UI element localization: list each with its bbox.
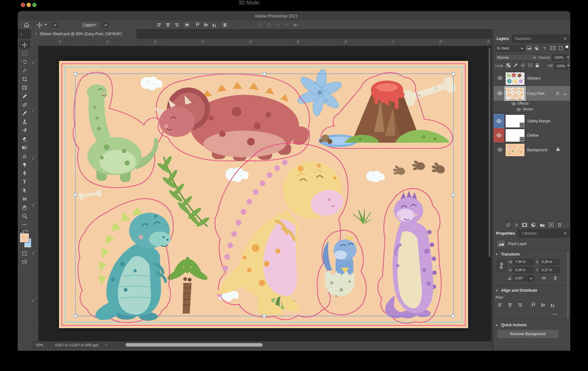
opacity-field[interactable]: 100% (552, 54, 567, 61)
foreground-color-swatch[interactable] (20, 233, 29, 242)
3d-camera-icon[interactable] (293, 23, 299, 28)
align-left-edges-icon[interactable] (157, 23, 162, 27)
3d-pan-icon[interactable] (275, 23, 280, 28)
layer-style-icon[interactable]: fx (515, 222, 518, 227)
transform-handle-bottom-left[interactable] (74, 314, 77, 317)
horizontal-scrollbar[interactable] (126, 343, 263, 347)
transform-handle-middle-right[interactable] (452, 193, 455, 196)
collapse-quick-actions-icon[interactable] (495, 325, 498, 327)
transform-handle-top-left[interactable] (74, 72, 77, 75)
quick-mask-icon[interactable] (19, 249, 30, 257)
align-vertical-centers-icon[interactable] (204, 23, 208, 27)
pen-tool[interactable] (19, 169, 30, 177)
tab-swatches[interactable]: Swatches (512, 34, 534, 43)
marquee-tool[interactable] (19, 49, 30, 57)
transform-handle-bottom-right[interactable] (452, 314, 455, 317)
zoom-level[interactable]: 50% (36, 343, 43, 347)
align-bottom-edges-icon[interactable] (550, 303, 555, 308)
layer-row-stroke[interactable]: Stroke (493, 107, 570, 113)
chevron-down-icon[interactable] (567, 57, 569, 59)
constrain-proportions-toggle[interactable] (497, 260, 506, 271)
vertical-ruler[interactable]: 0 1 2 3 4 5 (31, 46, 38, 341)
chevron-down-icon[interactable] (44, 24, 47, 27)
move-tool-option-icon[interactable] (37, 22, 42, 28)
lock-pixels-icon[interactable] (513, 63, 518, 68)
layer-thumbnail[interactable] (505, 114, 525, 128)
delete-layer-icon[interactable] (558, 223, 562, 227)
filter-adjustment-layers-icon[interactable] (535, 46, 539, 50)
layer-row-dieline[interactable]: Dieline (493, 128, 570, 143)
x-field[interactable]: 0,34 in (540, 259, 560, 265)
healing-brush-tool[interactable] (19, 101, 30, 109)
rotation-field[interactable]: 0,00° (513, 275, 530, 281)
adjustment-layer-icon[interactable] (531, 223, 536, 227)
close-window-button[interactable] (21, 3, 25, 7)
3d-slide-icon[interactable] (284, 23, 289, 28)
panel-divider[interactable] (491, 29, 493, 351)
home-icon[interactable] (23, 22, 29, 28)
lock-artboard-icon[interactable] (528, 63, 532, 68)
screen-mode-icon[interactable] (19, 258, 30, 266)
history-brush-tool[interactable] (19, 126, 30, 134)
move-tool[interactable] (19, 41, 30, 49)
filter-smart-objects-icon[interactable] (559, 46, 563, 50)
add-mask-icon[interactable] (522, 223, 527, 227)
layer-row-effects[interactable]: Effects (493, 101, 570, 107)
brush-tool[interactable] (19, 109, 30, 117)
align-more-icon[interactable]: ••• (553, 313, 558, 316)
align-right-edges-icon[interactable] (174, 23, 179, 27)
transform-handle-middle-left[interactable] (74, 193, 77, 196)
height-field[interactable]: 5,09 in (513, 267, 534, 273)
eyedropper-tool[interactable] (19, 92, 30, 100)
horizontal-ruler[interactable]: 0 1 2 3 4 5 6 7 8 9 (38, 39, 491, 46)
3d-roll-icon[interactable] (266, 23, 271, 28)
layer-thumbnail[interactable] (505, 129, 525, 142)
crop-tool[interactable] (19, 75, 30, 83)
new-layer-icon[interactable] (549, 223, 553, 227)
chevron-down-icon[interactable] (567, 65, 570, 68)
flip-horizontal-icon[interactable] (541, 276, 547, 281)
layer-row-stickers[interactable]: Stickers (493, 71, 570, 86)
filter-pixel-layers-icon[interactable] (526, 46, 532, 50)
align-top-edges-icon[interactable] (195, 23, 200, 27)
transform-handle-bottom-center[interactable] (263, 314, 266, 317)
zoom-tool[interactable] (19, 212, 30, 220)
filter-type-layers-icon[interactable]: T (543, 46, 547, 50)
new-group-icon[interactable] (540, 223, 545, 227)
visibility-eye-icon[interactable] (497, 91, 503, 95)
width-field[interactable]: 7,94 in (513, 259, 534, 265)
lasso-tool[interactable] (19, 58, 30, 66)
tab-libraries[interactable]: Libraries (519, 229, 540, 238)
frame-tool[interactable] (19, 83, 30, 92)
rotation-dropdown[interactable] (528, 275, 534, 282)
visibility-eye-icon[interactable] (511, 102, 516, 106)
minimize-window-button[interactable] (27, 3, 31, 7)
more-tools-icon[interactable]: ••• (19, 220, 30, 229)
collapse-align-icon[interactable] (495, 290, 498, 293)
swap-colors-icon[interactable] (20, 229, 29, 233)
layer-thumbnail[interactable] (505, 87, 525, 100)
gradient-tool[interactable] (19, 143, 30, 152)
type-tool[interactable]: T (19, 178, 30, 186)
panel-menu-icon[interactable]: ≡ (564, 36, 566, 41)
auto-select-scope-dropdown[interactable]: Layer (81, 22, 100, 29)
filter-shape-layers-icon[interactable] (550, 46, 555, 50)
visibility-eye-icon[interactable] (516, 108, 521, 111)
transform-bounding-box[interactable] (75, 74, 454, 316)
y-field[interactable]: 0,27 in (540, 267, 560, 273)
vertical-scrollbar[interactable] (489, 48, 490, 257)
visibility-eye-icon[interactable] (496, 119, 502, 123)
layer-fx-badge[interactable]: fx (556, 91, 559, 96)
layer-row-safety-margin[interactable]: Safety Margin (493, 114, 570, 128)
visibility-eye-icon[interactable] (497, 76, 503, 80)
document-tab[interactable]: ×Sticker-Sheet.psd @ 50% (Easy-Peel, CMY… (31, 29, 136, 39)
layer-filter-kind-dropdown[interactable]: Kind (495, 45, 525, 52)
align-top-edges-icon[interactable] (531, 303, 536, 308)
zoom-window-button[interactable] (32, 3, 36, 7)
show-transform-checkbox[interactable] (103, 23, 108, 27)
link-layers-icon[interactable] (506, 223, 511, 227)
path-selection-tool[interactable] (19, 186, 30, 194)
visibility-eye-icon[interactable] (497, 148, 503, 152)
distribute-vertical-icon[interactable] (223, 23, 227, 27)
align-horizontal-centers-icon[interactable] (166, 23, 170, 27)
